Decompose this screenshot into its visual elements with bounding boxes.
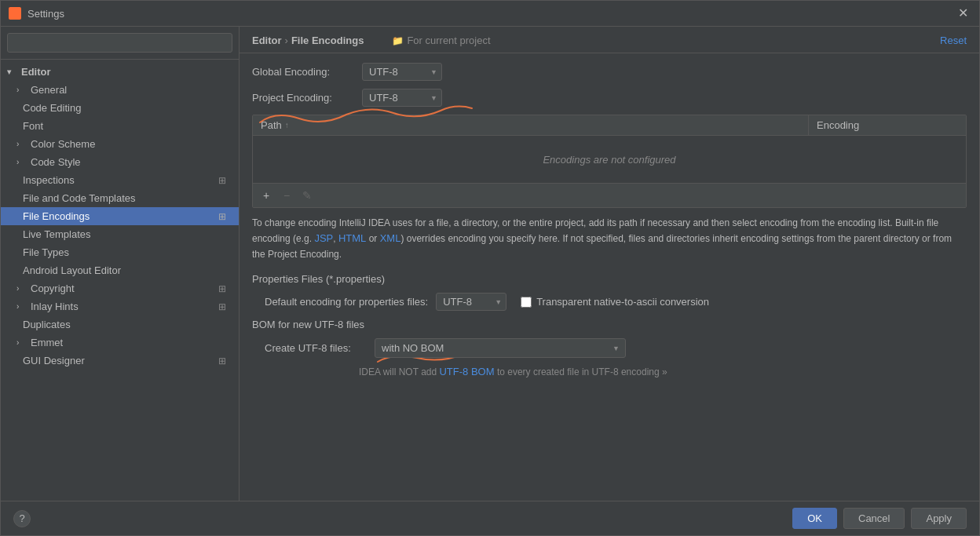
dialog-title: Settings <box>27 8 64 20</box>
main-panel: Editor › File Encodings 📁 For current pr… <box>240 27 979 501</box>
main-content-area: ▾ Editor › General Code Editing Font <box>1 27 979 501</box>
chevron-icon: › <box>16 86 26 94</box>
bom-section: BOM for new UTF-8 files Create UTF-8 fil… <box>252 319 967 377</box>
transparent-checkbox[interactable] <box>521 297 532 308</box>
gui-designer-badge: ⊞ <box>218 356 226 366</box>
help-button[interactable]: ? <box>13 510 31 527</box>
sidebar-item-color-scheme[interactable]: › Color Scheme <box>1 135 239 153</box>
properties-section-title: Properties Files (*.properties) <box>252 273 967 285</box>
sidebar-item-android-layout-editor[interactable]: Android Layout Editor <box>1 261 239 279</box>
project-encoding-row: Project Encoding: UTF-8 UTF-16 ISO-8859-… <box>252 89 967 107</box>
sidebar-item-label: Duplicates <box>23 319 71 330</box>
chevron-icon: ▾ <box>7 67 16 76</box>
project-encoding-select[interactable]: UTF-8 UTF-16 ISO-8859-1 <box>362 89 442 107</box>
sidebar-item-copyright[interactable]: › Copyright ⊞ <box>1 279 239 297</box>
sidebar-item-label: Color Scheme <box>31 138 95 150</box>
remove-encoding-button[interactable]: − <box>278 187 295 204</box>
sidebar-item-label: Code Style <box>31 156 81 168</box>
sidebar-item-label: Live Templates <box>23 228 90 240</box>
properties-encoding-label: Default encoding for properties files: <box>265 296 428 308</box>
xml-link[interactable]: XML <box>380 232 401 244</box>
sidebar-item-label: Copyright <box>31 283 75 294</box>
bom-select[interactable]: with NO BOM with BOM <box>375 338 626 358</box>
search-input[interactable] <box>7 33 232 53</box>
title-bar-left: Settings <box>9 7 64 20</box>
table-body: Encodings are not configured <box>253 136 966 183</box>
bottom-buttons: OK Cancel Apply <box>792 508 967 529</box>
cancel-button[interactable]: Cancel <box>843 508 905 529</box>
sidebar-item-inspections[interactable]: Inspections ⊞ <box>1 171 239 189</box>
file-encodings-badge: ⊞ <box>218 211 226 222</box>
global-encoding-dropdown-wrapper: UTF-8 UTF-16 ISO-8859-1 <box>362 63 442 81</box>
properties-encoding-select[interactable]: UTF-8 UTF-16 <box>436 293 506 311</box>
sidebar-item-label: File and Code Templates <box>23 192 136 204</box>
sidebar-item-label: Editor <box>21 66 51 78</box>
create-utf8-label: Create UTF-8 files: <box>265 342 367 354</box>
sidebar-item-file-code-templates[interactable]: File and Code Templates <box>1 189 239 207</box>
copyright-badge: ⊞ <box>218 283 226 294</box>
add-encoding-button[interactable]: + <box>258 187 275 204</box>
project-encoding-label: Project Encoding: <box>252 92 354 104</box>
sidebar-item-live-templates[interactable]: Live Templates <box>1 225 239 243</box>
properties-section: Properties Files (*.properties) Default … <box>252 273 967 311</box>
header-left: Editor › File Encodings 📁 For current pr… <box>252 35 491 46</box>
sidebar-item-editor[interactable]: ▾ Editor <box>1 63 239 81</box>
sidebar-item-label: File Types <box>23 246 69 258</box>
global-encoding-select[interactable]: UTF-8 UTF-16 ISO-8859-1 <box>362 63 442 81</box>
sidebar-item-label: General <box>31 84 67 96</box>
main-header: Editor › File Encodings 📁 For current pr… <box>240 27 979 53</box>
sidebar-item-file-types[interactable]: File Types <box>1 243 239 261</box>
close-button[interactable]: ✕ <box>955 5 971 21</box>
properties-encoding-dropdown-wrapper: UTF-8 UTF-16 <box>436 293 506 311</box>
search-box <box>1 27 239 60</box>
edit-encoding-button[interactable]: ✎ <box>298 187 316 204</box>
sidebar-item-general[interactable]: › General <box>1 81 239 99</box>
breadcrumb-parent: Editor <box>252 35 282 46</box>
help-icon: ? <box>19 512 24 524</box>
transparent-label: Transparent native-to-ascii conversion <box>536 296 709 308</box>
path-column-header: Path ↑ <box>253 115 809 135</box>
reset-button[interactable]: Reset <box>940 35 967 46</box>
bom-dropdown-wrapper: with NO BOM with BOM <box>375 338 626 358</box>
inspections-badge: ⊞ <box>218 175 226 186</box>
sidebar-item-label: Inspections <box>23 174 75 186</box>
properties-encoding-row: Default encoding for properties files: U… <box>265 293 967 311</box>
sidebar-item-font[interactable]: Font <box>1 117 239 135</box>
sidebar-list: ▾ Editor › General Code Editing Font <box>1 60 239 501</box>
encoding-column-header: Encoding <box>809 115 966 135</box>
encodings-table: Path ↑ Encoding Encodings are not config… <box>252 115 967 208</box>
path-label: Path <box>261 119 282 131</box>
sidebar-item-duplicates[interactable]: Duplicates <box>1 315 239 334</box>
sidebar-item-inlay-hints[interactable]: › Inlay Hints ⊞ <box>1 297 239 315</box>
breadcrumb-current: File Encodings <box>291 35 364 46</box>
chevron-icon: › <box>16 140 26 148</box>
sort-arrow-icon: ↑ <box>285 121 289 129</box>
utf8-bom-link[interactable]: UTF-8 BOM <box>439 366 494 377</box>
html-link[interactable]: HTML <box>338 232 366 244</box>
sidebar-item-code-editing[interactable]: Code Editing <box>1 99 239 117</box>
sidebar-item-gui-designer[interactable]: GUI Designer ⊞ <box>1 352 239 370</box>
bom-section-title: BOM for new UTF-8 files <box>252 319 967 330</box>
sidebar-item-label: Android Layout Editor <box>23 264 121 276</box>
sidebar-item-label: Inlay Hints <box>31 301 79 312</box>
sidebar: ▾ Editor › General Code Editing Font <box>1 27 240 501</box>
settings-content: Global Encoding: UTF-8 UTF-16 ISO-8859-1… <box>240 53 979 501</box>
jsp-link[interactable]: JSP <box>314 232 333 244</box>
chevron-icon: › <box>16 158 26 166</box>
encoding-info-text: To change encoding IntelliJ IDEA uses fo… <box>252 216 967 262</box>
bottom-bar: ? OK Cancel Apply <box>1 501 979 535</box>
transparent-row: Transparent native-to-ascii conversion <box>521 296 709 308</box>
sidebar-item-file-encodings[interactable]: File Encodings ⊞ <box>1 207 239 225</box>
sidebar-item-code-style[interactable]: › Code Style <box>1 153 239 171</box>
title-bar: Settings ✕ <box>1 1 979 27</box>
sidebar-item-emmet[interactable]: › Emmet <box>1 334 239 352</box>
table-header: Path ↑ Encoding <box>253 115 966 136</box>
global-encoding-row: Global Encoding: UTF-8 UTF-16 ISO-8859-1 <box>252 63 967 81</box>
project-encoding-dropdown-wrapper: UTF-8 UTF-16 ISO-8859-1 <box>362 89 442 107</box>
for-project-link[interactable]: 📁 For current project <box>392 35 490 46</box>
chevron-icon: › <box>16 302 26 311</box>
breadcrumb: Editor › File Encodings <box>252 35 364 46</box>
global-encoding-label: Global Encoding: <box>252 66 354 78</box>
ok-button[interactable]: OK <box>792 508 837 529</box>
apply-button[interactable]: Apply <box>911 508 967 529</box>
